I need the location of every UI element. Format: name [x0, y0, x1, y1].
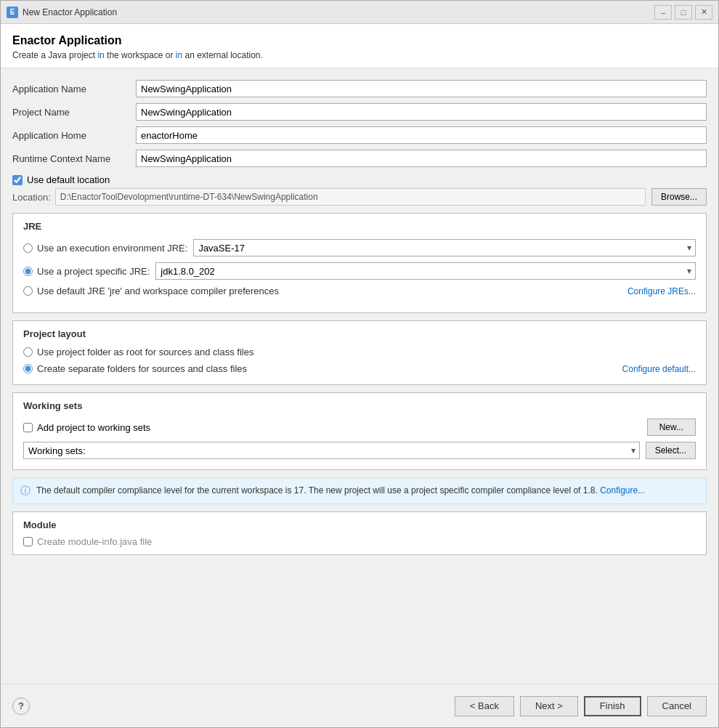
- jre-section: JRE Use an execution environment JRE: Ja…: [12, 213, 707, 313]
- minimize-button[interactable]: –: [654, 5, 672, 20]
- use-default-location-row: Use default location: [12, 174, 707, 185]
- module-checkbox-label[interactable]: Create module-info.java file: [37, 536, 152, 547]
- working-sets-select-wrapper: Working sets:: [23, 442, 640, 459]
- use-default-location-checkbox[interactable]: [12, 175, 23, 185]
- add-working-sets-checkbox[interactable]: [23, 423, 33, 432]
- browse-button[interactable]: Browse...: [651, 188, 707, 206]
- app-home-input[interactable]: [136, 126, 707, 144]
- jre-title: JRE: [23, 221, 696, 232]
- location-row: Location: Browse...: [12, 188, 707, 206]
- jre-radio1-row: Use an execution environment JRE: JavaSE…: [23, 239, 696, 256]
- info-box: ⓘ The default compiler compliance level …: [12, 477, 707, 504]
- module-checkbox[interactable]: [23, 537, 33, 546]
- jre-radio2-label[interactable]: Use a project specific JRE:: [37, 266, 150, 277]
- layout-radio2[interactable]: [23, 364, 33, 373]
- layout-radio1-row: Use project folder as root for sources a…: [23, 347, 696, 357]
- project-name-row: Project Name: [12, 103, 707, 121]
- window-title: New Enactor Application: [23, 7, 654, 17]
- app-name-input[interactable]: [136, 80, 707, 97]
- new-working-set-button[interactable]: New...: [647, 418, 696, 436]
- back-button[interactable]: < Back: [455, 696, 514, 716]
- app-home-label: Application Home: [12, 130, 136, 141]
- location-input[interactable]: [55, 188, 646, 206]
- dialog-footer: ? < Back Next > Finish Cancel: [1, 684, 718, 727]
- project-layout-title: Project layout: [23, 328, 696, 339]
- layout-radio2-label[interactable]: Create separate folders for sources and …: [37, 363, 247, 374]
- configure-jres-link[interactable]: Configure JREs...: [627, 286, 696, 296]
- info-icon: ⓘ: [20, 485, 31, 498]
- add-working-sets-label[interactable]: Add project to working sets: [37, 422, 150, 433]
- window: E New Enactor Application – □ ✕ Enactor …: [0, 0, 719, 728]
- configure-default-link[interactable]: Configure default...: [622, 364, 696, 374]
- runtime-context-label: Runtime Context Name: [12, 153, 136, 164]
- cancel-button[interactable]: Cancel: [647, 696, 707, 716]
- jre-specific-select-wrapper: jdk1.8.0_202 jdk1.8.0_181: [155, 262, 696, 280]
- project-layout-section: Project layout Use project folder as roo…: [12, 320, 707, 385]
- form-area: Application Name Project Name Applicatio…: [1, 68, 718, 684]
- jre-radio1[interactable]: [23, 243, 33, 253]
- working-sets-select[interactable]: Working sets:: [23, 442, 640, 459]
- working-sets-section: Working sets Add project to working sets…: [12, 392, 707, 470]
- dialog-header: Enactor Application Create a Java projec…: [1, 24, 718, 68]
- project-name-label: Project Name: [12, 107, 136, 118]
- maximize-button[interactable]: □: [675, 5, 692, 20]
- use-default-location-label[interactable]: Use default location: [27, 174, 110, 185]
- runtime-context-row: Runtime Context Name: [12, 150, 707, 167]
- working-sets-title: Working sets: [23, 400, 696, 411]
- jre-radio3-row: Use default JRE 'jre' and workspace comp…: [23, 286, 696, 296]
- close-button[interactable]: ✕: [695, 5, 712, 20]
- working-sets-input-row: Working sets: Select...: [23, 442, 696, 459]
- project-name-input[interactable]: [136, 103, 707, 121]
- app-name-row: Application Name: [12, 80, 707, 97]
- finish-button[interactable]: Finish: [584, 696, 641, 716]
- configure-compiler-link[interactable]: Configure...: [600, 485, 645, 496]
- select-working-sets-button[interactable]: Select...: [646, 442, 696, 459]
- module-checkbox-row: Create module-info.java file: [23, 536, 696, 547]
- jre-radio2-row: Use a project specific JRE: jdk1.8.0_202…: [23, 262, 696, 280]
- next-button[interactable]: Next >: [520, 696, 578, 716]
- in-link-1[interactable]: in: [97, 50, 104, 60]
- window-controls: – □ ✕: [654, 5, 712, 20]
- layout-radio1-label[interactable]: Use project folder as root for sources a…: [37, 347, 253, 357]
- module-section: Module Create module-info.java file: [12, 511, 707, 555]
- jre-radio3-label[interactable]: Use default JRE 'jre' and workspace comp…: [37, 286, 279, 296]
- location-label: Location:: [12, 192, 51, 203]
- dialog-title: Enactor Application: [12, 34, 707, 47]
- in-link-2[interactable]: in: [176, 50, 182, 60]
- module-title: Module: [23, 519, 696, 530]
- layout-radio1[interactable]: [23, 347, 33, 357]
- jre-radio1-label[interactable]: Use an execution environment JRE:: [37, 243, 187, 254]
- jre-radio3[interactable]: [23, 286, 33, 296]
- help-button[interactable]: ?: [12, 697, 30, 715]
- app-home-row: Application Home: [12, 126, 707, 144]
- jre-env-select[interactable]: JavaSE-17 JavaSE-11 JavaSE-8: [193, 239, 696, 256]
- jre-specific-select[interactable]: jdk1.8.0_202 jdk1.8.0_181: [155, 262, 696, 280]
- app-name-label: Application Name: [12, 84, 136, 94]
- app-icon: E: [7, 7, 18, 18]
- info-text: The default compiler compliance level fo…: [36, 484, 645, 497]
- footer-buttons: < Back Next > Finish Cancel: [455, 696, 707, 716]
- layout-radio2-row: Create separate folders for sources and …: [23, 363, 696, 374]
- add-working-sets-row: Add project to working sets New...: [23, 418, 696, 436]
- jre-radio2[interactable]: [23, 267, 33, 276]
- titlebar: E New Enactor Application – □ ✕: [1, 1, 718, 24]
- jre-env-select-wrapper: JavaSE-17 JavaSE-11 JavaSE-8: [193, 239, 696, 256]
- runtime-context-input[interactable]: [136, 150, 707, 167]
- dialog-subtitle: Create a Java project in the workspace o…: [12, 50, 707, 60]
